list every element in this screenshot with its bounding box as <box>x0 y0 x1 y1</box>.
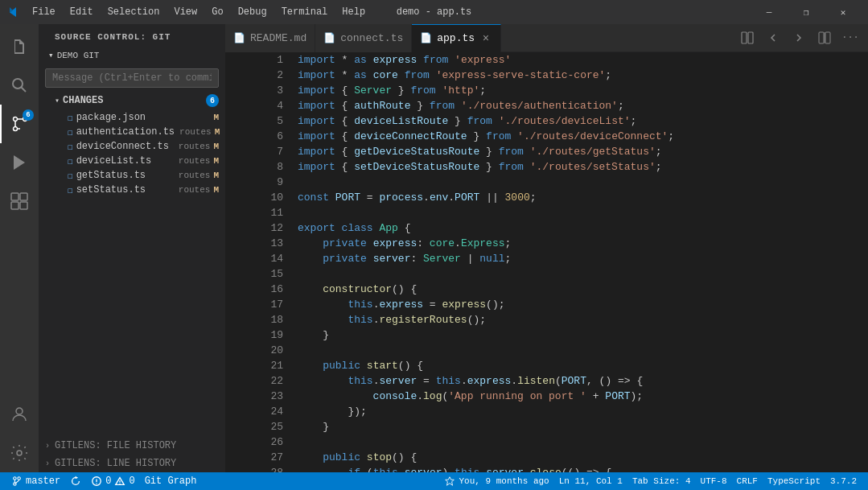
table-row: 13 private express: core.Express; <box>238 236 868 251</box>
encoding-status[interactable]: UTF-8 <box>696 472 732 490</box>
line-number: 3 <box>238 83 296 98</box>
more-actions-button[interactable]: ··· <box>839 27 862 49</box>
activity-extensions[interactable] <box>0 182 39 220</box>
line-number: 6 <box>238 129 296 144</box>
maximize-button[interactable]: ❐ <box>788 0 825 24</box>
git-graph-button[interactable]: Git Graph <box>140 472 202 490</box>
line-content: if (this.server) this.server.close(() =>… <box>296 465 868 472</box>
tab-close-button[interactable]: × <box>479 32 492 45</box>
file-item-authentication[interactable]: ☐ authentication.ts routes M <box>39 125 225 139</box>
changes-section-header[interactable]: ▾ CHANGES 6 <box>39 91 225 110</box>
ln-col-label: Ln 11, Col 1 <box>559 476 623 486</box>
split-editor-button[interactable] <box>736 27 759 49</box>
gitlens-line-history[interactable]: › GITLENS: LINE HISTORY <box>39 455 225 472</box>
menu-file[interactable]: File <box>26 5 62 19</box>
file-status: M <box>213 185 219 195</box>
minimize-button[interactable]: — <box>751 0 788 24</box>
svg-point-0 <box>13 79 23 89</box>
sync-button[interactable] <box>65 472 86 490</box>
table-row: 5 import { deviceListRoute } from './rou… <box>238 113 868 129</box>
activity-accounts[interactable] <box>0 395 39 434</box>
changes-label: CHANGES <box>63 95 103 106</box>
file-item-set-status[interactable]: ☐ setStatus.ts routes M <box>39 183 225 197</box>
go-back-button[interactable] <box>762 27 784 49</box>
line-content: }); <box>296 404 868 419</box>
activity-run[interactable] <box>0 143 39 182</box>
tab-app-ts[interactable]: 📄 app.ts × <box>412 24 501 52</box>
version-status[interactable]: 3.7.2 <box>825 472 862 490</box>
menu-help[interactable]: Help <box>335 5 372 19</box>
line-number: 26 <box>238 434 296 450</box>
eol-label: CRLF <box>737 476 758 486</box>
tab-connect[interactable]: 📄 connect.ts <box>315 24 412 52</box>
tab-readme[interactable]: 📄 README.md <box>225 24 315 52</box>
file-status: M <box>213 156 219 166</box>
eol-status[interactable]: CRLF <box>732 472 763 490</box>
git-blame-status[interactable]: You, 9 months ago <box>439 472 553 490</box>
table-row: 11 <box>238 205 868 220</box>
activity-settings[interactable] <box>0 434 39 472</box>
encoding-label: UTF-8 <box>701 476 727 486</box>
menu-edit[interactable]: Edit <box>64 5 100 19</box>
code-content[interactable]: 1 import * as express from 'express' 2 i… <box>225 52 868 472</box>
close-button[interactable]: ✕ <box>825 0 862 24</box>
menu-go[interactable]: Go <box>205 5 229 19</box>
errors-status[interactable]: 0 0 <box>86 472 139 490</box>
gitlens-file-history[interactable]: › GITLENS: FILE HISTORY <box>39 437 225 455</box>
svg-rect-13 <box>748 32 753 43</box>
line-content <box>296 205 868 220</box>
table-row: 2 import * as core from 'express-serve-s… <box>238 68 868 83</box>
table-row: 16 constructor() { <box>238 282 868 297</box>
svg-marker-5 <box>14 155 25 170</box>
gitlens-line-label: GITLENS: LINE HISTORY <box>55 458 176 469</box>
menu-view[interactable]: View <box>167 5 204 19</box>
activity-search[interactable] <box>0 66 39 105</box>
activity-source-control[interactable]: 6 <box>0 105 39 143</box>
file-icon: ☐ <box>68 156 73 167</box>
file-type: routes <box>179 185 211 195</box>
svg-rect-7 <box>20 193 27 200</box>
code-editor[interactable]: 1 import * as express from 'express' 2 i… <box>225 52 868 472</box>
line-number: 8 <box>238 159 296 175</box>
tab-label: connect.ts <box>340 32 403 44</box>
go-forward-button[interactable] <box>788 27 810 49</box>
line-number: 5 <box>238 113 296 129</box>
branch-status[interactable]: master <box>6 472 65 490</box>
file-type: routes <box>179 142 211 151</box>
commit-message-input[interactable] <box>45 68 219 88</box>
split-right-button[interactable] <box>813 27 836 49</box>
activity-explorer[interactable] <box>0 27 39 66</box>
file-item-device-list[interactable]: ☐ deviceList.ts routes M <box>39 154 225 168</box>
changes-section: ▾ CHANGES 6 ☐ package.json M ☐ authentic… <box>39 91 225 197</box>
titlebar: File Edit Selection View Go Debug Termin… <box>0 0 868 24</box>
tab-size-status[interactable]: Tab Size: 4 <box>627 472 696 490</box>
sync-icon <box>70 476 81 487</box>
line-content <box>296 434 868 450</box>
file-name: setStatus.ts <box>76 184 174 196</box>
file-item-device-connect[interactable]: ☐ deviceConnect.ts routes M <box>39 139 225 154</box>
menu-selection[interactable]: Selection <box>101 5 167 19</box>
file-icon: ☐ <box>68 127 73 138</box>
svg-point-11 <box>17 451 22 455</box>
line-number: 27 <box>238 450 296 465</box>
table-row: 25 } <box>238 419 868 434</box>
line-content: constructor() { <box>296 282 868 297</box>
file-item-package-json[interactable]: ☐ package.json M <box>39 110 225 125</box>
file-icon: 📄 <box>323 32 335 44</box>
file-type: routes <box>179 171 211 180</box>
table-row: 24 }); <box>238 404 868 419</box>
line-number: 20 <box>238 343 296 358</box>
cursor-position[interactable]: Ln 11, Col 1 <box>554 472 627 490</box>
git-blame-label: You, 9 months ago <box>459 476 549 486</box>
language-status[interactable]: TypeScript <box>763 472 825 490</box>
line-content: this.express = express(); <box>296 297 868 312</box>
table-row: 19 } <box>238 327 868 343</box>
menu-terminal[interactable]: Terminal <box>275 5 335 19</box>
file-icon: 📄 <box>233 32 245 44</box>
file-status: M <box>213 142 219 151</box>
menu-debug[interactable]: Debug <box>232 5 274 19</box>
svg-point-24 <box>120 484 121 484</box>
warning-count: 0 <box>129 476 134 487</box>
status-right: You, 9 months ago Ln 11, Col 1 Tab Size:… <box>439 472 862 490</box>
file-item-get-status[interactable]: ☐ getStatus.ts routes M <box>39 168 225 183</box>
